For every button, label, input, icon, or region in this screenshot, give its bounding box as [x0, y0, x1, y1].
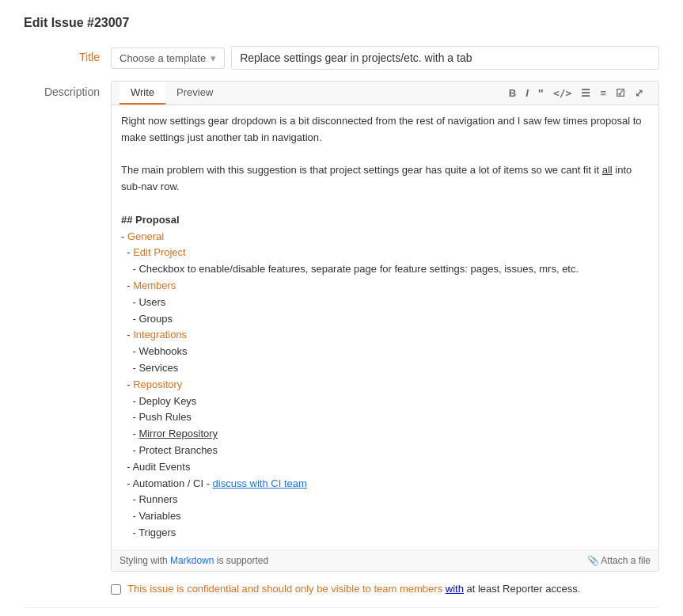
code-button[interactable]: </> — [551, 86, 574, 101]
confidential-text: This issue is confidential and should on… — [127, 583, 580, 595]
description-toolbar: B I " </> ☰ ≡ ☑ ⤢ — [502, 82, 651, 105]
title-input[interactable] — [231, 46, 659, 70]
template-select[interactable]: Choose a template ▾ — [111, 48, 225, 69]
template-select-label: Choose a template — [120, 52, 206, 64]
description-content[interactable]: Right now settings gear dropdown is a bi… — [112, 105, 658, 549]
attach-icon: 📎 — [587, 555, 599, 566]
tab-write[interactable]: Write — [120, 82, 165, 105]
markdown-link[interactable]: Markdown — [170, 555, 214, 566]
page-title: Edit Issue #23007 — [24, 16, 659, 30]
description-editor: Write Preview B I " </> ☰ ≡ ☑ ⤢ — [111, 81, 659, 572]
title-label: Title — [24, 46, 111, 63]
quote-button[interactable]: " — [536, 85, 546, 101]
fullscreen-button[interactable]: ⤢ — [632, 86, 646, 101]
confidential-row: This issue is confidential and should on… — [24, 583, 659, 595]
chevron-down-icon: ▾ — [211, 52, 216, 64]
description-footer: Styling with Markdown is supported 📎 Att… — [112, 549, 658, 571]
ul-button[interactable]: ☰ — [579, 86, 593, 101]
attach-file-link[interactable]: 📎 Attach a file — [587, 555, 651, 566]
reporter-access-link[interactable]: with — [446, 583, 464, 595]
description-tab-bar: Write Preview B I " </> ☰ ≡ ☑ ⤢ — [112, 82, 658, 105]
confidential-checkbox[interactable] — [111, 584, 121, 595]
description-label: Description — [24, 81, 111, 98]
bold-button[interactable]: B — [507, 86, 518, 101]
markdown-support-text: Styling with Markdown is supported — [120, 555, 268, 566]
italic-button[interactable]: I — [523, 86, 531, 101]
checklist-button[interactable]: ☑ — [613, 86, 628, 101]
tab-preview[interactable]: Preview — [165, 82, 224, 105]
ol-button[interactable]: ≡ — [598, 86, 609, 101]
